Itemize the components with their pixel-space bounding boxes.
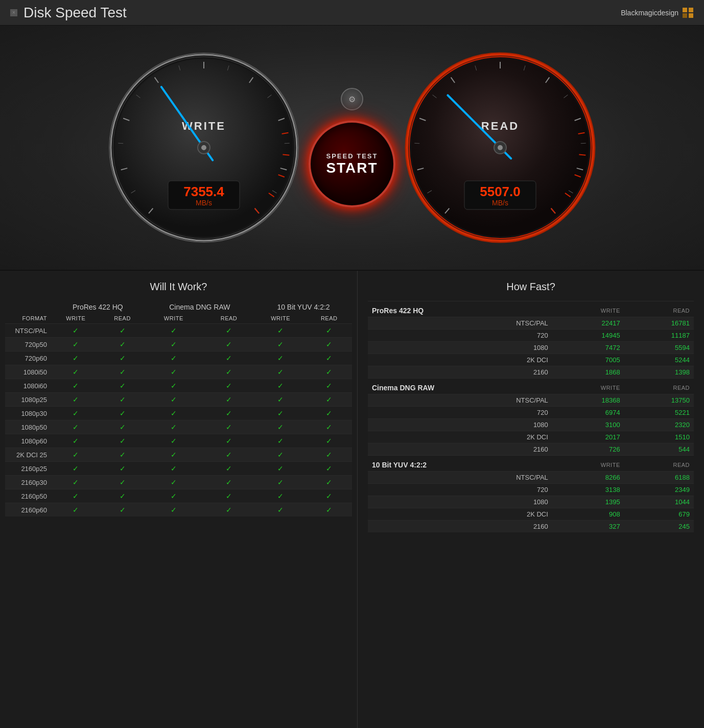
hf-data-row: 720 14945 11187 bbox=[368, 330, 694, 342]
checkmark-icon: ✓ bbox=[171, 437, 177, 445]
hf-read-val: 2349 bbox=[624, 484, 694, 496]
table-row: 720p50✓✓✓✓✓✓ bbox=[5, 338, 352, 351]
wit-check-cell: ✓ bbox=[101, 338, 145, 351]
checkmark-icon: ✓ bbox=[120, 492, 126, 500]
table-row: 1080i50✓✓✓✓✓✓ bbox=[5, 365, 352, 379]
hf-format-cell: 2K DCI bbox=[368, 508, 552, 521]
checkmark-icon: ✓ bbox=[73, 423, 79, 431]
checkmark-icon: ✓ bbox=[277, 326, 284, 335]
hf-write-header: WRITE bbox=[552, 456, 624, 472]
hf-format-cell: 1080 bbox=[368, 342, 552, 354]
checkmark-icon: ✓ bbox=[120, 354, 126, 362]
wit-check-cell: ✓ bbox=[101, 420, 145, 434]
checkmark-icon: ✓ bbox=[226, 492, 232, 500]
wit-yuv-write: WRITE bbox=[255, 313, 306, 324]
wit-check-cell: ✓ bbox=[255, 434, 306, 448]
wit-col-prores: ProRes 422 HQ bbox=[51, 301, 145, 313]
wit-format-cell: 2160p25 bbox=[5, 462, 51, 476]
hf-read-header: READ bbox=[624, 379, 694, 394]
checkmark-icon: ✓ bbox=[226, 451, 232, 459]
checkmark-icon: ✓ bbox=[326, 354, 332, 362]
wit-check-cell: ✓ bbox=[51, 365, 101, 379]
hf-group-header-row: ProRes 422 HQ WRITE READ bbox=[368, 301, 694, 317]
checkmark-icon: ✓ bbox=[120, 464, 126, 473]
svg-line-22 bbox=[283, 155, 289, 155]
checkmark-icon: ✓ bbox=[277, 492, 284, 500]
hf-format-cell: NTSC/PAL bbox=[368, 472, 552, 484]
wit-format-cell: 1080p25 bbox=[5, 393, 51, 407]
wit-check-cell: ✓ bbox=[145, 489, 203, 503]
checkmark-icon: ✓ bbox=[73, 409, 79, 417]
checkmark-icon: ✓ bbox=[277, 368, 284, 376]
svg-line-19 bbox=[285, 143, 290, 144]
wit-check-cell: ✓ bbox=[255, 489, 306, 503]
brand-sq-3 bbox=[683, 13, 687, 18]
svg-line-47 bbox=[414, 143, 419, 144]
wit-check-cell: ✓ bbox=[203, 351, 255, 365]
hf-write-val: 3100 bbox=[552, 419, 624, 431]
checkmark-icon: ✓ bbox=[73, 506, 79, 514]
wit-format-cell: 1080i50 bbox=[5, 365, 51, 379]
wit-check-cell: ✓ bbox=[203, 448, 255, 462]
checkmark-icon: ✓ bbox=[277, 437, 284, 445]
checkmark-icon: ✓ bbox=[277, 464, 284, 473]
hf-format-cell: 720 bbox=[368, 407, 552, 419]
start-button[interactable]: SPEED TEST START bbox=[309, 121, 395, 207]
wit-check-cell: ✓ bbox=[306, 379, 352, 393]
wit-check-cell: ✓ bbox=[51, 407, 101, 420]
table-row: 2160p25✓✓✓✓✓✓ bbox=[5, 462, 352, 476]
checkmark-icon: ✓ bbox=[73, 340, 79, 348]
hf-read-val: 2320 bbox=[624, 419, 694, 431]
checkmark-icon: ✓ bbox=[226, 423, 232, 431]
checkmark-icon: ✓ bbox=[326, 423, 332, 431]
hf-write-val: 6974 bbox=[552, 407, 624, 419]
checkmark-icon: ✓ bbox=[326, 382, 332, 390]
table-row: 1080p25✓✓✓✓✓✓ bbox=[5, 393, 352, 407]
wit-check-cell: ✓ bbox=[306, 489, 352, 503]
wit-check-cell: ✓ bbox=[306, 351, 352, 365]
checkmark-icon: ✓ bbox=[171, 423, 177, 431]
wit-check-cell: ✓ bbox=[255, 476, 306, 489]
checkmark-icon: ✓ bbox=[120, 437, 126, 445]
checkmark-icon: ✓ bbox=[326, 492, 332, 500]
checkmark-icon: ✓ bbox=[226, 354, 232, 362]
hf-write-val: 8266 bbox=[552, 472, 624, 484]
wit-cinema-write: WRITE bbox=[145, 313, 203, 324]
wit-check-cell: ✓ bbox=[101, 351, 145, 365]
hf-format-cell: 1080 bbox=[368, 419, 552, 431]
hf-write-val: 7472 bbox=[552, 342, 624, 354]
wit-check-cell: ✓ bbox=[145, 379, 203, 393]
hf-read-val: 13750 bbox=[624, 394, 694, 407]
wit-check-cell: ✓ bbox=[203, 365, 255, 379]
wit-check-cell: ✓ bbox=[51, 351, 101, 365]
will-it-work-section: Will It Work? ProRes 422 HQ Cinema DNG R… bbox=[0, 271, 358, 728]
wit-prores-read: READ bbox=[101, 313, 145, 324]
wit-check-cell: ✓ bbox=[145, 420, 203, 434]
read-gauge: READ 5507.0 MB/s bbox=[403, 51, 597, 245]
hf-read-val: 5244 bbox=[624, 354, 694, 366]
wit-check-cell: ✓ bbox=[101, 407, 145, 420]
wit-check-cell: ✓ bbox=[203, 407, 255, 420]
checkmark-icon: ✓ bbox=[277, 382, 284, 390]
wit-check-cell: ✓ bbox=[145, 338, 203, 351]
wit-check-cell: ✓ bbox=[101, 434, 145, 448]
hf-data-row: 2K DCI 908 679 bbox=[368, 508, 694, 521]
close-button[interactable]: × bbox=[10, 9, 17, 16]
read-gauge-svg: READ 5507.0 MB/s bbox=[403, 51, 597, 245]
table-row: 2160p50✓✓✓✓✓✓ bbox=[5, 489, 352, 503]
table-row: 2160p60✓✓✓✓✓✓ bbox=[5, 503, 352, 517]
table-row: 1080p30✓✓✓✓✓✓ bbox=[5, 407, 352, 420]
settings-button[interactable]: ⚙ bbox=[341, 88, 363, 110]
hf-write-header: WRITE bbox=[552, 379, 624, 394]
checkmark-icon: ✓ bbox=[226, 382, 232, 390]
wit-check-cell: ✓ bbox=[51, 462, 101, 476]
table-row: 1080i60✓✓✓✓✓✓ bbox=[5, 379, 352, 393]
checkmark-icon: ✓ bbox=[226, 340, 232, 348]
wit-format-cell: 720p60 bbox=[5, 351, 51, 365]
checkmark-icon: ✓ bbox=[120, 326, 126, 335]
hf-format-cell: 2160 bbox=[368, 521, 552, 533]
checkmark-icon: ✓ bbox=[226, 478, 232, 486]
wit-check-cell: ✓ bbox=[145, 462, 203, 476]
title-bar: × Disk Speed Test Blackmagicdesign bbox=[0, 0, 704, 26]
wit-check-cell: ✓ bbox=[51, 338, 101, 351]
